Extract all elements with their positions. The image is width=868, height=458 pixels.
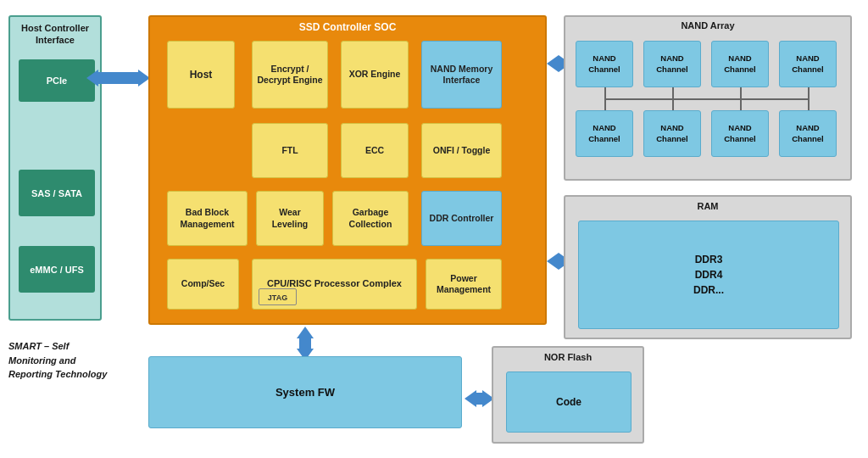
ftl-box: FTL: [252, 123, 328, 178]
diagram: Host Controller Interface PCIe SAS / SAT…: [0, 0, 868, 458]
nor-code-box: Code: [506, 371, 632, 433]
nand-channel-5: NAND Channel: [576, 110, 633, 157]
ram-ddr4: DDR4: [695, 269, 723, 281]
nand-array-title: NAND Array: [565, 17, 850, 32]
power-box: Power Management: [426, 259, 502, 310]
arrow-head: [86, 70, 98, 87]
ram-inner: DDR3 DDR4 DDR...: [578, 221, 839, 329]
arrow-body: [98, 72, 138, 84]
arrow-body: [476, 393, 482, 405]
ddr-ctrl-box: DDR Controller: [421, 191, 502, 246]
nand-channel-1: NAND Channel: [576, 41, 633, 87]
nand-mem-box: NAND Memory Interface: [421, 41, 502, 109]
ram-ddr-other: DDR...: [693, 284, 724, 296]
host-controller-title: Host Controller Interface: [10, 17, 100, 50]
ram-title: RAM: [565, 197, 850, 211]
nand-channel-2: NAND Channel: [643, 41, 701, 87]
encrypt-box: Encrypt / Decrypt Engine: [252, 41, 328, 109]
ecc-box: ECC: [341, 123, 409, 178]
smart-text: SMART – Self Monitoring and Reporting Te…: [8, 339, 119, 382]
fw-nor-arrow: [465, 390, 494, 407]
nand-channel-7: NAND Channel: [711, 110, 769, 157]
badblock-box: Bad Block Management: [167, 191, 248, 246]
arrow-head: [547, 253, 559, 270]
jtag-badge: JTAG: [259, 288, 297, 305]
arrow-body: [299, 338, 311, 349]
onfi-box: ONFI / Toggle: [421, 123, 502, 178]
ram-area: RAM DDR3 DDR4 DDR...: [564, 195, 852, 339]
host-box: Host: [167, 41, 235, 109]
nand-channel-8: NAND Channel: [779, 110, 837, 157]
system-fw: System FW: [148, 356, 462, 428]
pcie-box: PCIe: [19, 59, 95, 102]
system-fw-label: System FW: [275, 386, 335, 399]
arrow-head: [297, 327, 314, 338]
nand-array: NAND Array NAND Channel NAND Channel NAN…: [564, 15, 852, 181]
comp-box: Comp/Sec: [167, 259, 239, 310]
xor-box: XOR Engine: [341, 41, 409, 109]
ram-ddr3: DDR3: [695, 254, 723, 265]
nor-flash-title: NOR Flash: [493, 348, 643, 364]
cpu-fw-arrow: [297, 327, 314, 360]
ssd-controller: SSD Controller SOC Host Encrypt / Decryp…: [148, 15, 547, 325]
hline-nand: [604, 98, 810, 100]
emmc-box: eMMC / UFS: [19, 246, 95, 293]
host-controller-interface: Host Controller Interface PCIe SAS / SAT…: [8, 15, 102, 321]
arrow-head: [547, 55, 559, 72]
nand-channel-4: NAND Channel: [779, 41, 837, 87]
sas-box: SAS / SATA: [19, 170, 95, 216]
wear-box: Wear Leveling: [256, 191, 324, 246]
arrow-head: [465, 390, 476, 407]
ssd-controller-title: SSD Controller SOC: [150, 17, 545, 33]
garbage-box: Garbage Collection: [332, 191, 409, 246]
nor-flash: NOR Flash Code: [492, 346, 644, 444]
pcie-host-arrow: [86, 70, 150, 87]
nand-channel-3: NAND Channel: [711, 41, 769, 87]
nand-channel-6: NAND Channel: [643, 110, 701, 157]
